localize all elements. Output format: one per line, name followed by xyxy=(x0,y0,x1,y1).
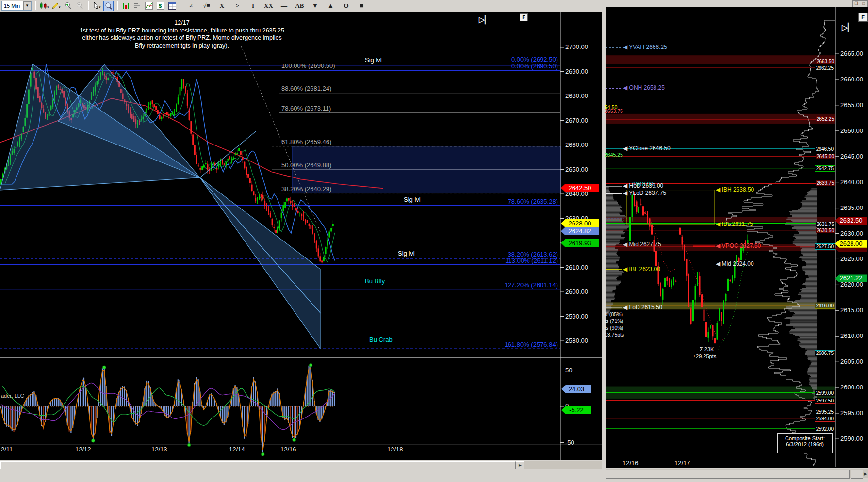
candle-body xyxy=(194,145,196,155)
toolbar-button-magnifier[interactable] xyxy=(103,1,114,11)
volume-profile-bar xyxy=(810,360,817,361)
axis-small-label: 2631.75 xyxy=(816,222,835,227)
candle-body xyxy=(299,213,301,214)
candle-body xyxy=(314,234,315,240)
oscillator-signal-dot xyxy=(261,452,264,456)
volume-profile-bar xyxy=(604,249,618,250)
volume-profile-bar xyxy=(789,331,817,332)
candle-body xyxy=(673,283,674,284)
volume-profile-bar xyxy=(604,214,620,215)
volume-profile-bar xyxy=(806,287,817,288)
toolbar-glyph->[interactable]: > xyxy=(230,1,245,11)
candle-body xyxy=(257,197,258,200)
toolbar-glyph-—[interactable]: — xyxy=(277,1,291,11)
toolbar-button-bars[interactable] xyxy=(120,1,131,11)
candle-body xyxy=(150,102,151,105)
toolbar-glyph-■[interactable]: ■ xyxy=(355,1,369,11)
price-axis-label: 2615.00 xyxy=(840,307,863,314)
timeframe-select[interactable]: 15 Min▼ xyxy=(1,1,32,11)
toolbar-glyph-I[interactable]: I xyxy=(246,1,260,11)
toolbar-button-candlestick[interactable]: ▾ xyxy=(38,1,49,11)
candle-body xyxy=(270,213,271,217)
left-scrollbar-button[interactable]: ▶ xyxy=(516,461,524,469)
window-divider[interactable] xyxy=(602,0,606,482)
candle-body xyxy=(235,154,236,156)
charts-canvas[interactable] xyxy=(0,0,868,482)
oscillator-signal-dot xyxy=(92,439,95,442)
toolbar-button-volume-profile[interactable] xyxy=(132,1,142,11)
playback-icon[interactable]: ▷▏ xyxy=(842,23,854,32)
candle-body xyxy=(203,165,205,168)
right-scrollbar-arrow[interactable]: ▶ xyxy=(864,470,868,477)
axis-small-label: 2630.50 xyxy=(816,228,835,233)
toolbar-glyph-▲[interactable]: ▲ xyxy=(324,1,338,11)
toolbar-button-zoom-in[interactable] xyxy=(63,1,73,11)
oscillator-axis-label: -50 xyxy=(565,439,574,446)
candle-body xyxy=(286,198,288,201)
price-axis-label: 2635.00 xyxy=(840,205,863,211)
volume-profile-bar xyxy=(810,381,817,382)
toolbar-button-cursor[interactable]: ▾ xyxy=(91,1,102,11)
toolbar-glyph-▼[interactable]: ▼ xyxy=(308,1,322,11)
candle-body xyxy=(227,159,229,161)
volume-profile-bar xyxy=(807,372,817,373)
toolbar-glyph-O[interactable]: O xyxy=(339,1,353,11)
pattern-tag: Bu Bfly xyxy=(365,278,385,285)
candle-body xyxy=(176,105,177,112)
volume-profile-bar xyxy=(801,253,817,254)
volume-profile-bar xyxy=(807,371,817,372)
axis-small-label: 2595.25 xyxy=(815,409,835,415)
candle-body xyxy=(695,286,696,300)
candle-body xyxy=(146,108,147,113)
window-maximize-button[interactable]: □ xyxy=(860,0,868,7)
level-label-left: ◀ YLoD 2637.75 xyxy=(623,190,666,196)
toolbar-glyph-≠[interactable]: ≠ xyxy=(184,1,198,11)
right-window-titlebar[interactable] xyxy=(606,0,868,7)
left-scrollbar-thumb[interactable] xyxy=(0,461,516,469)
toolbar-button-dollar[interactable]: $ xyxy=(155,1,165,11)
volume-profile-bar xyxy=(604,264,618,265)
candle-body xyxy=(168,114,170,116)
candle-body xyxy=(155,106,157,110)
volume-profile-bar xyxy=(806,265,817,266)
candle-body xyxy=(216,168,218,169)
candle-body xyxy=(697,275,698,283)
function-button[interactable]: F xyxy=(858,13,868,22)
candle-body xyxy=(161,117,163,119)
candle-body xyxy=(682,237,683,245)
candle-body xyxy=(268,209,269,212)
svg-text:▾: ▾ xyxy=(59,5,61,9)
toolbar-glyph-X[interactable]: X xyxy=(215,1,229,11)
volume-profile-bar xyxy=(604,274,622,275)
toolbar-button-line-chart[interactable] xyxy=(144,1,154,11)
toolbar-button-pencil[interactable]: ▾ xyxy=(50,1,61,11)
window-restore-button[interactable]: ❐ xyxy=(852,0,860,7)
volume-profile-bar xyxy=(793,243,817,244)
volume-profile-bar xyxy=(802,268,817,269)
right-scrollbar-thumb[interactable] xyxy=(606,470,850,479)
volume-profile-bar xyxy=(604,248,615,249)
toolbar-button-panel[interactable] xyxy=(167,1,177,11)
toolbar-button-zoom-out[interactable] xyxy=(74,1,84,11)
price-axis-label: 2690.00 xyxy=(565,68,588,75)
volume-profile-bar xyxy=(604,202,618,203)
toolbar-glyph-√≡[interactable]: √≡ xyxy=(199,1,213,11)
volume-profile-bar xyxy=(811,386,817,387)
right-scrollbar-button[interactable] xyxy=(851,470,863,479)
level-label-right: ◀ VPOC 2627.50 xyxy=(716,243,761,249)
function-button[interactable]: F xyxy=(520,13,528,21)
volume-profile-bar xyxy=(796,229,817,230)
candle-body xyxy=(259,196,260,199)
composite-start-line1: Composite Start: xyxy=(778,435,832,441)
candle-body xyxy=(688,279,689,307)
volume-profile-bar xyxy=(801,347,817,348)
toolbar-glyph-AB[interactable]: AB xyxy=(293,1,307,11)
candle-body xyxy=(328,232,330,238)
volume-profile-bar xyxy=(808,359,817,360)
toolbar-glyph-XX[interactable]: XX xyxy=(262,1,276,11)
playback-icon[interactable]: ▷▏ xyxy=(479,16,491,24)
vpoc-line xyxy=(693,246,715,247)
date-label: 12/16 xyxy=(280,446,296,453)
price-marker: 2619.93 xyxy=(561,239,599,247)
price-marker: 2621.22 xyxy=(835,274,867,282)
